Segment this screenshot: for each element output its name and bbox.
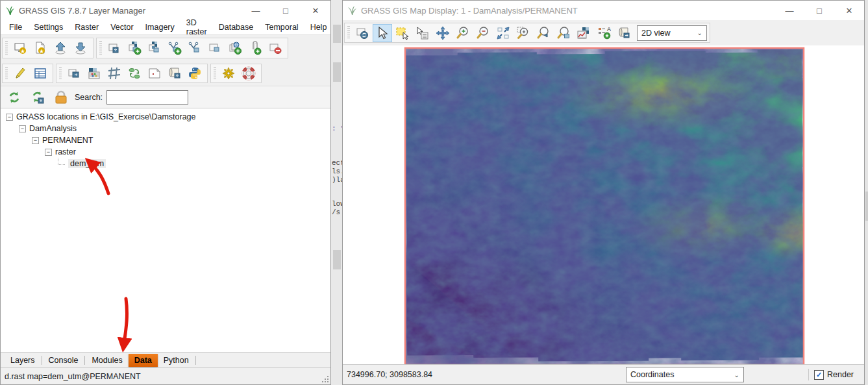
save-workspace-icon [73, 41, 88, 55]
toolbar-grip[interactable] [347, 26, 350, 40]
pan-button[interactable] [433, 24, 453, 42]
tree-node-label[interactable]: raster [55, 147, 76, 156]
save-workspace-button[interactable] [71, 39, 90, 57]
map-canvas[interactable] [343, 45, 864, 364]
toolbar-grip[interactable] [5, 67, 8, 80]
tab-layers[interactable]: Layers [5, 354, 41, 367]
collapse-expander-icon[interactable]: − [32, 137, 39, 144]
add-group-icon [248, 41, 262, 55]
render-toggle[interactable]: ✓ Render [814, 370, 854, 380]
zoom-extent-button[interactable] [493, 24, 513, 42]
tab-data[interactable]: Data [129, 354, 158, 367]
menu-vector[interactable]: Vector [105, 21, 139, 33]
settings-button[interactable] [219, 64, 238, 82]
previous-zoom-button[interactable] [534, 24, 553, 42]
analyze-map-button[interactable] [574, 24, 593, 42]
load-workspace-layers-button[interactable] [105, 39, 124, 57]
import-export-map-button[interactable] [64, 64, 84, 82]
select-features-icon [395, 26, 410, 40]
new-map-display-button[interactable]: ★ [10, 39, 30, 57]
create-workspace-button[interactable]: ★ [31, 39, 50, 57]
zoom-to-region-button[interactable] [514, 24, 533, 42]
add-vector-layer-button[interactable] [165, 39, 184, 57]
zoom-options-button[interactable] [554, 24, 573, 42]
toolbar-grip[interactable] [59, 67, 62, 80]
re-render-map-button[interactable] [353, 24, 372, 42]
save-display-icon [617, 26, 631, 40]
collapse-expander-icon[interactable]: − [45, 149, 52, 156]
settings-toolbar [210, 64, 262, 83]
lock-unlock-mapset-button[interactable] [51, 88, 71, 106]
view-mode-select[interactable]: 2D view ⌄ [637, 25, 707, 41]
add-web-service-layer-button[interactable] [225, 39, 245, 57]
help-button[interactable] [239, 64, 258, 82]
render-checkbox[interactable]: ✓ [814, 370, 824, 380]
maximize-button[interactable]: □ [804, 1, 834, 20]
edit-vector-map-button[interactable] [10, 64, 30, 82]
graphical-modeler-button[interactable] [105, 64, 124, 82]
show-attribute-table-button[interactable] [31, 64, 50, 82]
georectify-icon [127, 66, 142, 81]
tab-python[interactable]: Python [158, 354, 195, 367]
collapse-expander-icon[interactable]: − [19, 125, 26, 132]
remove-layer-button[interactable] [266, 39, 285, 57]
add-group-button[interactable] [245, 39, 265, 57]
minimize-button[interactable]: — [775, 1, 804, 20]
toolbar-grip[interactable] [99, 41, 102, 55]
statusbar-mode-select[interactable]: Coordinates ⌄ [626, 367, 744, 382]
menu-temporal[interactable]: Temporal [259, 21, 304, 33]
add-map-elements-button[interactable]: A [594, 24, 614, 42]
add-multiple-layers-button[interactable] [205, 39, 225, 57]
tree-node-label[interactable]: dem_utm [68, 159, 106, 168]
map-display-window: GRASS GIS Map Display: 1 - DamAnalysis/P… [342, 0, 865, 385]
zoom-out-button[interactable] [473, 24, 493, 42]
menu-file[interactable]: File [3, 21, 28, 33]
zoom-in-button[interactable] [453, 24, 473, 42]
add-raster-layer-button[interactable] [125, 39, 144, 57]
collapse-expander-icon[interactable]: − [6, 114, 13, 121]
save-display-to-file-button[interactable] [614, 24, 634, 42]
run-script-button[interactable] [165, 64, 184, 82]
toolbar-grip[interactable] [214, 67, 216, 80]
tree-node-damanalysis[interactable]: − DamAnalysis [1, 123, 330, 134]
tools-toolbar [56, 64, 208, 83]
menu-imagery[interactable]: Imagery [140, 21, 180, 33]
georectifier-button[interactable] [125, 64, 144, 82]
add-various-raster-layers-button[interactable] [145, 39, 164, 57]
open-workspace-button[interactable] [51, 39, 70, 57]
reload-mapset-button[interactable] [28, 88, 47, 106]
tree-node-label[interactable]: PERMANENT [42, 136, 93, 145]
tree-node-dem-utm[interactable]: dem_utm [1, 158, 330, 169]
pointer-tool-button[interactable] [373, 24, 392, 42]
resize-grip[interactable] [321, 375, 329, 383]
maximize-button[interactable]: □ [271, 1, 301, 20]
menu-raster[interactable]: Raster [69, 21, 105, 33]
add-multiple-layers-icon [208, 41, 222, 55]
tab-console[interactable]: Console [43, 354, 84, 367]
reload-tree-button[interactable] [5, 88, 24, 106]
minimize-button[interactable]: — [241, 1, 271, 20]
toolbar-grip[interactable] [5, 41, 8, 55]
query-button[interactable] [413, 24, 432, 42]
search-input[interactable] [106, 90, 188, 105]
cartographic-composer-button[interactable] [145, 64, 164, 82]
tab-modules[interactable]: Modules [86, 354, 128, 367]
tree-node-raster[interactable]: − raster [1, 146, 330, 158]
menu-settings[interactable]: Settings [28, 21, 69, 33]
close-button[interactable]: ✕ [834, 1, 864, 20]
select-features-button[interactable] [393, 24, 412, 42]
python-console-button[interactable] [185, 64, 205, 82]
svg-text:★: ★ [39, 48, 44, 55]
tree-node-grass-locations[interactable]: − GRASS locations in E:\GIS_Exercise\Dam… [1, 111, 330, 123]
add-various-vector-layers-button[interactable] [185, 39, 205, 57]
raster-map-calculator-button[interactable] [84, 64, 104, 82]
map-display-titlebar[interactable]: GRASS GIS Map Display: 1 - DamAnalysis/P… [343, 1, 864, 20]
layer-manager-titlebar[interactable]: GRASS GIS 7.8.7 Layer Manager — □ ✕ [1, 1, 330, 20]
menu-database[interactable]: Database [213, 21, 260, 33]
tree-node-label[interactable]: GRASS locations in E:\GIS_Exercise\Damst… [16, 112, 196, 121]
tab-separator [42, 356, 42, 365]
tree-node-label[interactable]: DamAnalysis [29, 124, 77, 133]
close-button[interactable]: ✕ [301, 1, 330, 20]
menu-help[interactable]: Help [304, 21, 333, 33]
tree-node-permanent[interactable]: − PERMANENT [1, 134, 330, 146]
